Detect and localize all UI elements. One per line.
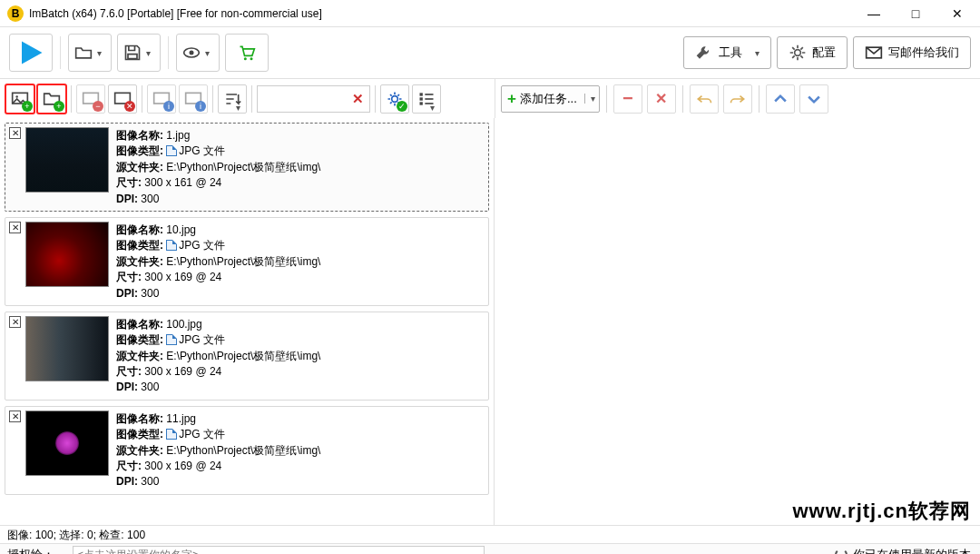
cross-icon: ✕ <box>655 90 667 107</box>
svg-rect-16 <box>420 102 423 104</box>
thumbnail <box>25 411 109 476</box>
sort-dropdown[interactable]: ▾ <box>218 84 247 114</box>
app-icon: B <box>7 5 24 22</box>
item-checkbox[interactable] <box>9 127 21 139</box>
chevron-up-icon <box>771 90 789 108</box>
search-input[interactable] <box>258 93 347 105</box>
close-button[interactable]: ✕ <box>936 0 978 27</box>
svg-point-2 <box>189 51 193 55</box>
plus-icon: + <box>507 91 516 106</box>
mail-button[interactable]: 写邮件给我们 <box>853 36 971 69</box>
item-metadata: 图像名称: 11.jpg图像类型: JPG 文件源文件夹: E:\Python\… <box>116 411 320 490</box>
separator <box>606 85 607 113</box>
thumbnail <box>25 316 109 381</box>
item-checkbox[interactable] <box>9 222 21 233</box>
item-metadata: 图像名称: 10.jpg图像类型: JPG 文件源文件夹: E:\Python\… <box>116 222 320 302</box>
status-bar-counts: 图像: 100; 选择: 0; 检查: 100 <box>0 525 980 543</box>
svg-point-13 <box>392 95 398 102</box>
remove-image-button[interactable]: − <box>76 84 105 114</box>
config-label: 配置 <box>812 45 836 61</box>
redo-button[interactable] <box>723 84 752 114</box>
move-down-button[interactable] <box>799 84 828 114</box>
play-icon <box>17 39 44 66</box>
svg-point-3 <box>244 57 247 60</box>
search-box[interactable]: ✕ <box>257 85 370 113</box>
mail-icon <box>865 44 883 62</box>
secondary-toolbar: + + − ✕ i i ▾ ✕ <box>0 78 980 118</box>
task-panel <box>495 118 980 525</box>
info-badge-icon: i <box>163 101 174 112</box>
separator <box>251 85 252 113</box>
preview-dropdown[interactable]: ▾ <box>176 34 220 72</box>
clear-search-button[interactable]: ✕ <box>347 91 369 107</box>
content-area: 图像名称: 1.jpg图像类型: JPG 文件源文件夹: E:\Python\P… <box>0 118 980 525</box>
chevron-down-icon <box>805 90 823 108</box>
svg-point-4 <box>250 57 253 60</box>
shop-button[interactable] <box>225 34 269 72</box>
separator <box>142 85 142 113</box>
item-checkbox[interactable] <box>9 316 21 328</box>
separator <box>60 36 61 69</box>
separator <box>212 85 213 113</box>
folder-open-icon <box>74 44 93 62</box>
svg-point-5 <box>795 50 801 56</box>
config-button[interactable]: 配置 <box>777 36 848 69</box>
image-list-item[interactable]: 图像名称: 11.jpg图像类型: JPG 文件源文件夹: E:\Python\… <box>5 406 489 495</box>
item-checkbox[interactable] <box>9 411 21 422</box>
undo-button[interactable] <box>690 84 719 114</box>
run-button[interactable] <box>9 34 53 72</box>
info-badge-icon: i <box>195 101 206 112</box>
svg-rect-15 <box>420 97 423 100</box>
wrench-icon <box>695 44 713 62</box>
tools-button[interactable]: 工具 ▾ <box>683 36 771 69</box>
add-task-button[interactable]: + 添加任务... ▾ <box>501 85 600 113</box>
save-icon <box>123 44 142 62</box>
svg-rect-14 <box>420 93 423 95</box>
add-folder-button[interactable]: + <box>37 84 66 114</box>
clear-images-button[interactable]: ✕ <box>108 84 137 114</box>
minus-icon: − <box>622 88 633 109</box>
separator <box>759 85 760 113</box>
image-info-button[interactable]: i <box>147 84 176 114</box>
cart-icon <box>238 44 256 62</box>
refresh-icon <box>835 549 848 555</box>
svg-marker-0 <box>22 42 43 64</box>
image-list-panel[interactable]: 图像名称: 1.jpg图像类型: JPG 文件源文件夹: E:\Python\P… <box>0 118 495 525</box>
image-list-item[interactable]: 图像名称: 10.jpg图像类型: JPG 文件源文件夹: E:\Python\… <box>5 217 489 306</box>
license-name-input[interactable] <box>73 546 485 554</box>
update-status-text: 你已在使用最新的版本 <box>853 547 971 555</box>
redo-icon <box>729 90 747 108</box>
task-clear-button[interactable]: ✕ <box>647 84 676 114</box>
image-list-item[interactable]: 图像名称: 1.jpg图像类型: JPG 文件源文件夹: E:\Python\P… <box>5 123 489 212</box>
item-metadata: 图像名称: 100.jpg图像类型: JPG 文件源文件夹: E:\Python… <box>116 316 320 396</box>
minimize-button[interactable]: — <box>853 0 895 27</box>
plus-badge-icon: + <box>22 101 33 112</box>
separator <box>71 85 72 113</box>
eye-icon <box>182 44 201 62</box>
image-list-item[interactable]: 图像名称: 100.jpg图像类型: JPG 文件源文件夹: E:\Python… <box>5 312 489 401</box>
thumbnail <box>25 127 109 193</box>
plus-badge-icon: + <box>54 101 64 112</box>
maximize-button[interactable]: □ <box>895 0 936 27</box>
add-task-label: 添加任务... <box>520 91 577 107</box>
main-toolbar: ▾ ▾ ▾ 工具 ▾ 配置 写邮件给我们 <box>0 27 980 78</box>
thumbnail <box>25 222 109 287</box>
filetype-icon <box>166 429 177 440</box>
undo-icon <box>695 90 713 108</box>
gear-check-button[interactable]: ✓ <box>380 84 409 114</box>
title-bar: B ImBatch (x64) 7.6.0 [Portable] [Free f… <box>0 0 980 27</box>
add-image-button[interactable]: + <box>5 84 34 114</box>
task-remove-button[interactable]: − <box>613 84 642 114</box>
minus-badge-icon: − <box>93 101 103 112</box>
view-dropdown[interactable]: ▾ <box>412 84 441 114</box>
tools-label: 工具 <box>719 45 742 61</box>
cross-badge-icon: ✕ <box>124 101 135 112</box>
gear-icon <box>789 44 807 62</box>
separator <box>168 36 169 69</box>
move-up-button[interactable] <box>766 84 795 114</box>
open-dropdown[interactable]: ▾ <box>68 34 112 72</box>
image-info2-button[interactable]: i <box>179 84 208 114</box>
status-bar-license: 授权给： 你已在使用最新的版本 <box>0 543 980 554</box>
window-title: ImBatch (x64) 7.6.0 [Portable] [Free for… <box>29 7 853 20</box>
save-dropdown[interactable]: ▾ <box>117 34 161 72</box>
